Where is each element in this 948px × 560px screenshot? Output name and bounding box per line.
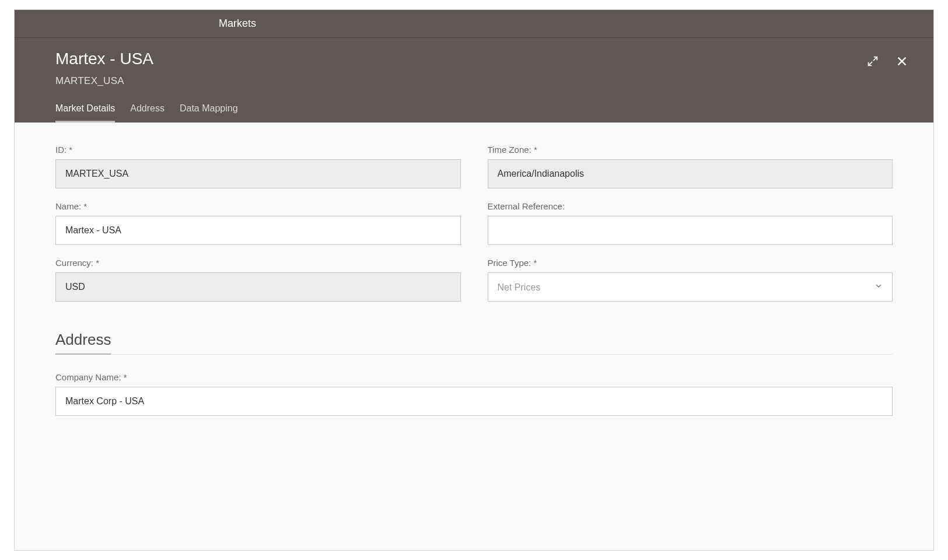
price-type-select[interactable]: Net Prices [488, 272, 893, 302]
price-type-select-wrapper: Net Prices [488, 272, 893, 302]
tab-data-mapping[interactable]: Data Mapping [180, 103, 238, 123]
name-input[interactable] [55, 216, 461, 245]
content-area: ID: * Time Zone: * Name: * External Refe… [15, 123, 933, 550]
expand-icon [866, 55, 879, 68]
field-group-timezone: Time Zone: * [488, 145, 893, 188]
app-container: Markets Martex - USA MARTEX_USA [0, 0, 948, 560]
close-icon [895, 55, 908, 68]
page-title: Martex - USA [55, 50, 153, 68]
timezone-input[interactable] [488, 159, 893, 188]
top-bar-title: Markets [219, 18, 256, 30]
field-group-price-type: Price Type: * Net Prices [488, 258, 893, 302]
page-subtitle: MARTEX_USA [55, 75, 153, 87]
timezone-label: Time Zone: * [488, 145, 893, 155]
address-section-header: Address [55, 331, 893, 355]
close-button[interactable] [894, 53, 910, 69]
address-form: Company Name: * [55, 372, 893, 416]
expand-button[interactable] [865, 53, 881, 69]
company-name-label: Company Name: * [55, 372, 893, 382]
field-group-currency: Currency: * [55, 258, 461, 302]
field-group-name: Name: * [55, 201, 461, 245]
field-group-id: ID: * [55, 145, 461, 188]
header-title-row: Martex - USA MARTEX_USA [55, 50, 910, 103]
id-label: ID: * [55, 145, 461, 155]
id-input[interactable] [55, 159, 461, 188]
name-label: Name: * [55, 201, 461, 211]
header-actions [865, 50, 910, 69]
currency-input[interactable] [55, 272, 461, 302]
currency-label: Currency: * [55, 258, 461, 268]
external-reference-input[interactable] [488, 216, 893, 245]
panel: Markets Martex - USA MARTEX_USA [14, 9, 934, 551]
market-details-form: ID: * Time Zone: * Name: * External Refe… [55, 145, 893, 302]
header-titles: Martex - USA MARTEX_USA [55, 50, 153, 103]
field-group-external-reference: External Reference: [488, 201, 893, 245]
tab-address[interactable]: Address [130, 103, 165, 123]
panel-header: Martex - USA MARTEX_USA [15, 38, 933, 123]
address-section-title: Address [55, 331, 111, 355]
external-reference-label: External Reference: [488, 201, 893, 211]
tabs: Market Details Address Data Mapping [55, 103, 910, 123]
field-group-company-name: Company Name: * [55, 372, 893, 416]
tab-market-details[interactable]: Market Details [55, 103, 115, 123]
company-name-input[interactable] [55, 387, 893, 416]
top-bar: Markets [15, 10, 933, 38]
section-divider [55, 354, 893, 355]
price-type-label: Price Type: * [488, 258, 893, 268]
